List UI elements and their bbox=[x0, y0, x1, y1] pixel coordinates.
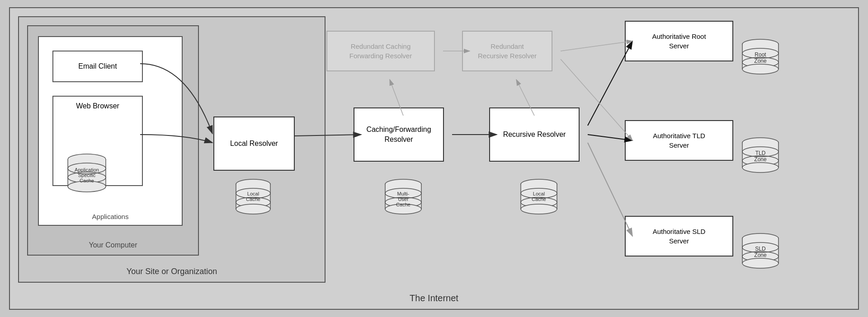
svg-point-64 bbox=[742, 252, 778, 261]
redundant-recursive-box: RedundantRecursive Resolver bbox=[462, 31, 552, 71]
local-resolver-box: Local Resolver bbox=[213, 117, 295, 171]
svg-text:Zone: Zone bbox=[754, 252, 767, 258]
svg-rect-60 bbox=[742, 238, 778, 263]
svg-text:Root: Root bbox=[755, 51, 766, 58]
auth-sld-box: Authoritative SLDServer bbox=[625, 216, 733, 256]
web-browser-box: Web Browser bbox=[52, 96, 143, 186]
svg-text:Zone: Zone bbox=[754, 156, 767, 163]
svg-text:Cache: Cache bbox=[396, 202, 410, 207]
local-resolver-label: Local Resolver bbox=[230, 139, 278, 149]
caching-forwarding-box: Caching/ForwardingResolver bbox=[354, 107, 444, 162]
svg-text:Zone: Zone bbox=[754, 58, 767, 64]
svg-point-36 bbox=[521, 188, 557, 198]
applications-label: Applications bbox=[92, 213, 129, 220]
svg-point-38 bbox=[521, 204, 557, 214]
auth-root-label: Authoritative RootServer bbox=[652, 32, 706, 51]
svg-text:TLD: TLD bbox=[755, 150, 766, 156]
svg-text:User: User bbox=[398, 196, 409, 202]
svg-point-32 bbox=[521, 179, 557, 189]
recursive-resolver-label: Recursive Resolver bbox=[503, 130, 566, 140]
svg-point-37 bbox=[521, 197, 557, 207]
auth-tld-label: Authoritative TLDServer bbox=[653, 131, 705, 150]
svg-point-55 bbox=[742, 156, 778, 166]
site-label: Your Site or Organization bbox=[127, 267, 217, 276]
diagram-container: The Internet Your Site or Organization Y… bbox=[9, 7, 859, 310]
auth-root-box: Authoritative RootServer bbox=[625, 21, 733, 61]
svg-point-27 bbox=[385, 197, 421, 207]
recursive-resolver-box: Recursive Resolver bbox=[489, 107, 580, 162]
svg-rect-42 bbox=[742, 44, 778, 69]
internet-label: The Internet bbox=[410, 293, 458, 303]
svg-point-46 bbox=[742, 57, 778, 67]
svg-point-50 bbox=[742, 138, 778, 148]
site-box: Your Site or Organization Your Computer … bbox=[18, 16, 326, 283]
svg-point-63 bbox=[742, 242, 778, 252]
applications-box: Applications Email Client Web Browser bbox=[38, 36, 183, 226]
svg-point-65 bbox=[742, 258, 778, 268]
redundant-recursive-label: RedundantRecursive Resolver bbox=[478, 42, 537, 61]
svg-rect-33 bbox=[521, 184, 557, 209]
svg-text:Cache: Cache bbox=[532, 196, 546, 202]
svg-text:SLD: SLD bbox=[755, 246, 766, 252]
redundant-caching-label: Redundant CachingForwarding Resolver bbox=[349, 42, 412, 61]
svg-rect-23 bbox=[385, 184, 421, 209]
auth-tld-box: Authoritative TLDServer bbox=[625, 120, 733, 161]
svg-point-41 bbox=[742, 39, 778, 49]
svg-point-22 bbox=[385, 179, 421, 189]
svg-point-56 bbox=[742, 163, 778, 172]
svg-point-47 bbox=[742, 64, 778, 74]
auth-sld-label: Authoritative SLDServer bbox=[653, 227, 706, 246]
svg-text:Multi-: Multi- bbox=[397, 191, 410, 196]
svg-point-28 bbox=[385, 204, 421, 214]
svg-text:Local: Local bbox=[533, 191, 545, 196]
svg-rect-51 bbox=[742, 143, 778, 168]
svg-point-54 bbox=[742, 147, 778, 157]
email-client-box: Email Client bbox=[52, 51, 143, 82]
web-browser-label: Web Browser bbox=[76, 102, 119, 110]
svg-point-59 bbox=[742, 233, 778, 243]
svg-point-26 bbox=[385, 188, 421, 198]
computer-label: Your Computer bbox=[89, 241, 137, 249]
email-client-label: Email Client bbox=[78, 62, 117, 70]
computer-box: Your Computer Applications Email Client … bbox=[27, 25, 199, 256]
redundant-caching-box: Redundant CachingForwarding Resolver bbox=[326, 31, 435, 71]
svg-point-45 bbox=[742, 48, 778, 58]
caching-forwarding-label: Caching/ForwardingResolver bbox=[366, 125, 431, 145]
